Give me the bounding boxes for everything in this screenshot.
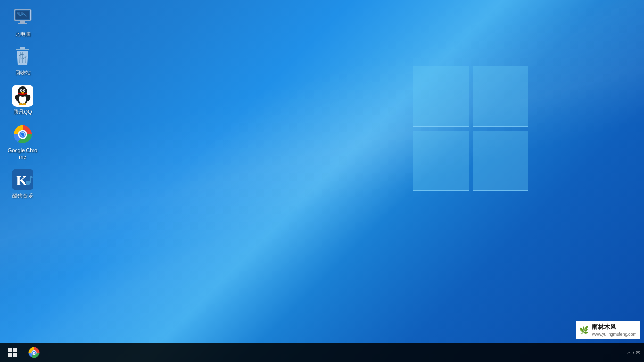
svg-point-18 [24,90,25,91]
svg-rect-36 [13,348,17,352]
svg-rect-6 [21,12,23,14]
svg-rect-8 [20,47,25,49]
svg-point-19 [22,90,22,90]
taskbar: ⌂ ♪ ✉ [0,343,644,362]
svg-point-25 [23,103,26,105]
this-pc-label: 此电脑 [15,31,31,37]
taskbar-chrome-icon[interactable] [24,343,44,362]
svg-point-30 [21,132,25,136]
taskbar-left [0,343,44,362]
desktop-icons-container: 此电脑 回收站 [5,5,41,202]
system-tray: ⌂ ♪ ✉ [627,350,640,356]
svg-point-17 [21,90,22,91]
svg-point-20 [25,90,25,90]
win-pane-tl [413,66,469,127]
qq-icon [12,85,33,107]
tray-icons: ⌂ ♪ ✉ [627,350,640,356]
desktop-icon-chrome[interactable]: Google Chrome [5,121,41,163]
taskbar-right: ⌂ ♪ ✉ [627,350,644,356]
desktop-icon-qq[interactable]: 腾讯QQ [5,82,41,117]
watermark-url: www.yulingmufeng.com [592,331,636,337]
start-button[interactable] [2,343,23,362]
svg-point-14 [18,86,27,97]
desktop: 此电脑 回收站 [0,0,644,362]
svg-rect-35 [8,348,12,352]
win-pane-br [473,131,529,191]
watermark-title: 雨林木风 [592,323,636,331]
watermark-text: 雨林木风 www.yulingmufeng.com [592,323,636,337]
svg-point-33 [26,181,30,185]
desktop-icon-kuwo[interactable]: K 酷狗音乐 [5,166,41,201]
svg-text:K: K [16,173,27,188]
watermark: 🌿 雨林木风 www.yulingmufeng.com [576,321,640,339]
recycle-bin-label: 回收站 [15,69,31,76]
desktop-icon-recycle-bin[interactable]: 回收站 [5,43,41,78]
svg-point-21 [21,92,24,94]
watermark-logo-icon: 🌿 [579,326,589,335]
this-pc-icon [12,7,33,29]
qq-label: 腾讯QQ [13,108,32,115]
recycle-bin-icon [12,46,33,67]
kuwo-icon: K [12,169,33,190]
kuwo-label: 酷狗音乐 [12,192,33,199]
svg-rect-5 [17,12,20,14]
desktop-icon-this-pc[interactable]: 此电脑 [5,5,41,40]
windows-logo [413,66,536,240]
win-pane-tr [473,66,529,127]
win-pane-bl [413,131,469,191]
svg-rect-37 [8,353,12,357]
svg-rect-34 [30,177,31,184]
svg-rect-3 [18,23,27,24]
chrome-label: Google Chrome [7,147,38,161]
svg-point-41 [33,352,35,354]
chrome-icon [12,123,33,145]
svg-rect-38 [13,353,17,357]
svg-point-24 [19,103,23,105]
svg-line-9 [20,52,20,63]
